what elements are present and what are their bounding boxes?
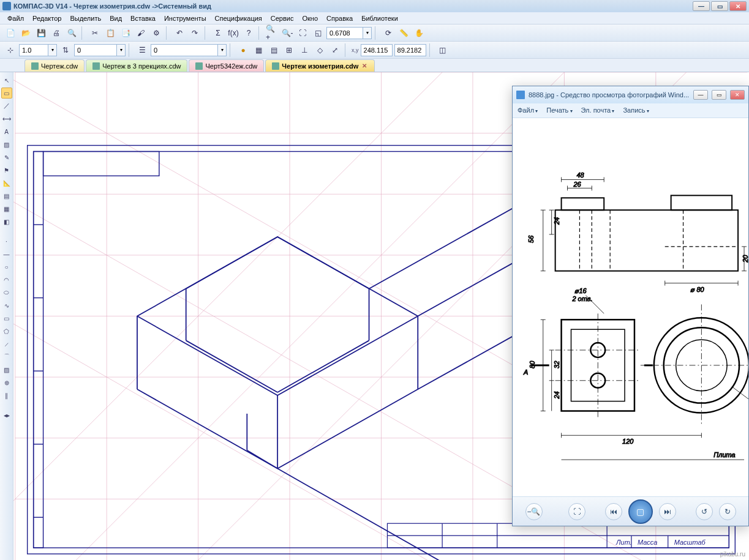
pv-rotate-cw-icon[interactable]: ↻ <box>719 503 736 520</box>
const-icon[interactable]: ◧ <box>1 216 12 227</box>
ortho-icon[interactable]: ⊥ <box>298 43 311 57</box>
photo-viewer-window[interactable]: 8888.jpg - Средство просмотра фотографий… <box>512 86 749 526</box>
copy-icon[interactable]: 📋 <box>104 26 117 40</box>
pv-fit-icon[interactable]: ⛶ <box>568 503 585 520</box>
style-icon[interactable]: ● <box>236 43 250 57</box>
tab-4[interactable]: Чертеж изометрия.cdw ✕ <box>265 59 375 72</box>
menu-insert[interactable]: Вставка <box>127 13 159 23</box>
layer-input[interactable] <box>151 44 218 56</box>
menu-tools[interactable]: Инструменты <box>160 13 210 23</box>
zoom-window-icon[interactable]: ◱ <box>311 26 325 40</box>
text-icon[interactable]: A <box>1 126 12 137</box>
tab-close-icon[interactable]: ✕ <box>361 62 368 70</box>
open-icon[interactable]: 📂 <box>19 26 32 40</box>
snap2-icon[interactable]: ◇ <box>313 43 326 57</box>
coord-x-input[interactable] <box>361 44 393 56</box>
snap-icon[interactable]: ⊹ <box>4 43 17 57</box>
grid2-icon[interactable]: ▤ <box>267 43 280 57</box>
dimension-icon[interactable]: ⟷ <box>1 113 12 124</box>
pv-slideshow-icon[interactable]: ▢ <box>628 499 653 524</box>
geom-poly-icon[interactable]: ⬠ <box>1 326 12 337</box>
menu-file[interactable]: Файл <box>4 13 28 23</box>
undo-icon[interactable]: ↶ <box>173 26 186 40</box>
collapse-icon[interactable]: ◂▸ <box>1 409 12 420</box>
zoom-dropdown[interactable]: ▾ <box>363 27 372 39</box>
step-input[interactable] <box>74 44 117 56</box>
cut-icon[interactable]: ✂ <box>88 26 102 40</box>
lineweight-dropdown[interactable]: ▾ <box>48 44 57 56</box>
measure2-icon[interactable]: 📐 <box>1 177 12 189</box>
zoom-input[interactable] <box>326 27 363 39</box>
menu-window[interactable]: Окно <box>298 13 322 23</box>
geom-rect-icon[interactable]: ▭ <box>1 313 12 324</box>
pv-menu-file[interactable]: Файл <box>518 106 538 114</box>
geom-equid-icon[interactable]: ∥ <box>1 390 12 401</box>
hatch-icon[interactable]: ▨ <box>1 139 12 150</box>
line-icon[interactable]: ／ <box>1 100 12 111</box>
save-icon[interactable]: 💾 <box>34 26 48 40</box>
fx-icon[interactable]: f(x) <box>227 26 240 40</box>
menu-editor[interactable]: Редактор <box>29 13 65 23</box>
layer-icon[interactable]: ☰ <box>135 43 149 57</box>
geom-fillet-icon[interactable]: ⌒ <box>1 351 12 362</box>
pv-close-button[interactable]: ✕ <box>730 90 745 100</box>
brush-icon[interactable]: 🖌 <box>134 26 148 40</box>
menu-view[interactable]: Вид <box>106 13 126 23</box>
maximize-button[interactable]: ▭ <box>711 1 728 11</box>
menu-help[interactable]: Справка <box>323 13 356 23</box>
geom-line-icon[interactable]: — <box>1 248 12 259</box>
step-icon[interactable]: ⇅ <box>59 43 72 57</box>
step-dropdown[interactable]: ▾ <box>117 44 126 56</box>
grid3-icon[interactable]: ⊞ <box>282 43 296 57</box>
axes-icon[interactable]: ⤢ <box>328 43 342 57</box>
preview-icon[interactable]: 🔍 <box>65 26 78 40</box>
geom-arc-icon[interactable]: ◠ <box>1 274 12 285</box>
pv-maximize-button[interactable]: ▭ <box>712 90 726 100</box>
geom-point-icon[interactable]: · <box>1 236 12 247</box>
zoom-in-icon[interactable]: 🔍+ <box>265 26 279 40</box>
pv-menu-email[interactable]: Эл. почта <box>581 106 615 114</box>
measure-icon[interactable]: 📏 <box>397 26 410 40</box>
pv-menu-print[interactable]: Печать <box>546 106 572 114</box>
zoom-out-icon[interactable]: 🔍- <box>280 26 294 40</box>
tab-3[interactable]: Черт5342еж.cdw <box>189 59 264 72</box>
paste-icon[interactable]: 📑 <box>119 26 132 40</box>
menu-select[interactable]: Выделить <box>66 13 105 23</box>
layer-dropdown[interactable]: ▾ <box>218 44 227 56</box>
geom-circle-icon[interactable]: ○ <box>1 261 12 272</box>
grid1-icon[interactable]: ▦ <box>252 43 265 57</box>
pv-minimize-button[interactable]: — <box>693 90 708 100</box>
tab-2[interactable]: Чертеж в 3 прекциях.cdw <box>86 59 187 72</box>
geom-spline-icon[interactable]: ∿ <box>1 300 12 311</box>
minimize-button[interactable]: — <box>693 1 710 11</box>
pv-titlebar[interactable]: 8888.jpg - Средство просмотра фотографий… <box>513 86 748 103</box>
pv-menu-burn[interactable]: Запись <box>623 106 649 114</box>
redo-icon[interactable]: ↷ <box>188 26 201 40</box>
menu-spec[interactable]: Спецификация <box>211 13 266 23</box>
params-icon[interactable]: ⚑ <box>1 165 12 176</box>
select-icon[interactable]: ▭ <box>1 88 12 99</box>
properties-icon[interactable]: ⚙ <box>149 26 163 40</box>
geom-hatch-icon[interactable]: ▨ <box>1 364 12 375</box>
geom-ellipse-icon[interactable]: ⬭ <box>1 287 12 298</box>
geom-chamfer-icon[interactable]: ⟋ <box>1 338 12 349</box>
coord-y-input[interactable] <box>394 44 426 56</box>
report-icon[interactable]: ▦ <box>1 203 12 214</box>
zoom-fit-icon[interactable]: ⛶ <box>296 26 309 40</box>
geom-centerline-icon[interactable]: ⊕ <box>1 377 12 388</box>
pan-icon[interactable]: ✋ <box>412 26 426 40</box>
menu-service[interactable]: Сервис <box>267 13 298 23</box>
lineweight-input[interactable] <box>19 44 48 56</box>
tab-1[interactable]: Чертеж.cdw <box>24 59 85 72</box>
cursor-icon[interactable]: ↖ <box>1 75 12 86</box>
spec-icon[interactable]: ▤ <box>1 190 12 201</box>
edit-icon[interactable]: ✎ <box>1 152 12 163</box>
print-icon[interactable]: 🖨 <box>50 26 63 40</box>
new-icon[interactable]: 📄 <box>4 26 17 40</box>
tool-extra-icon[interactable]: ◫ <box>436 43 450 57</box>
pv-rotate-ccw-icon[interactable]: ↺ <box>696 503 713 520</box>
pv-next-icon[interactable]: ⏭ <box>659 503 676 520</box>
refresh-icon[interactable]: ⟳ <box>382 26 395 40</box>
help-icon[interactable]: ? <box>242 26 255 40</box>
pv-zoom-out-icon[interactable]: −🔍 <box>525 503 543 520</box>
